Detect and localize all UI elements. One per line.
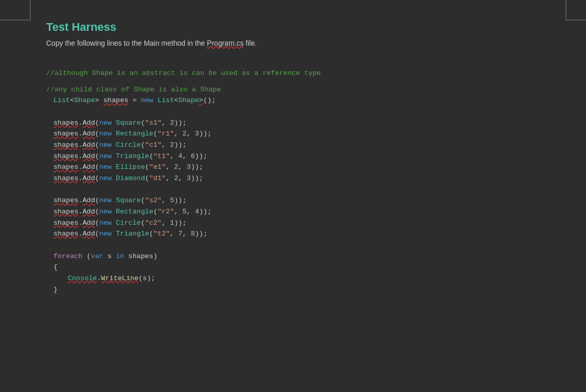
subtitle-suffix: file. xyxy=(243,39,257,47)
foreach-line: foreach (var s in shapes) xyxy=(46,251,540,262)
comment-line-1: //although Shape is an abstract is can b… xyxy=(46,68,540,79)
corner-decoration-tr xyxy=(565,0,586,21)
code-group-2: shapes.Add(new Square("s2", 5)); shapes.… xyxy=(46,195,540,239)
add-triangle-t2: shapes.Add(new Triangle("t2", 7, 8)); xyxy=(46,228,540,240)
main-content: Test Harness Copy the following lines to… xyxy=(0,0,586,316)
add-square-s2: shapes.Add(new Square("s2", 5)); xyxy=(46,195,540,206)
page-title: Test Harness xyxy=(46,21,540,34)
add-circle-c1: shapes.Add(new Circle("c1", 2)); xyxy=(46,140,540,151)
add-rectangle-r2: shapes.Add(new Rectangle("r2", 5, 4)); xyxy=(46,206,540,218)
corner-decoration-tl xyxy=(0,0,31,21)
open-brace-line: { xyxy=(46,262,540,273)
add-diamond-d1: shapes.Add(new Diamond("d1", 2, 3)); xyxy=(46,173,540,184)
filename-link: Program.cs xyxy=(207,39,244,47)
code-block: //although Shape is an abstract is can b… xyxy=(46,68,540,295)
foreach-block: foreach (var s in shapes) { Console.Writ… xyxy=(46,251,540,295)
subtitle-prefix: Copy the following lines to the Main met… xyxy=(46,39,207,47)
add-triangle-t1: shapes.Add(new Triangle("t1", 4, 6)); xyxy=(46,151,540,162)
subtitle: Copy the following lines to the Main met… xyxy=(46,39,540,47)
list-decl-line: List<Shape> shapes = new List<Shape>(); xyxy=(46,95,540,106)
code-group-1: shapes.Add(new Square("s1", 2)); shapes.… xyxy=(46,117,540,184)
close-brace-line: } xyxy=(46,284,540,296)
console-writeline-line: Console.WriteLine(s); xyxy=(46,273,540,284)
add-ellipse-e1: shapes.Add(new Ellipse("e1", 2, 3)); xyxy=(46,162,540,173)
add-circle-c2: shapes.Add(new Circle("c2", 1)); xyxy=(46,218,540,229)
add-rectangle-r1: shapes.Add(new Rectangle("r1", 2, 3)); xyxy=(46,128,540,140)
add-square-s1: shapes.Add(new Square("s1", 2)); xyxy=(46,117,540,129)
comment-line-2: //any child class of Shape is also a Sha… xyxy=(46,84,540,95)
